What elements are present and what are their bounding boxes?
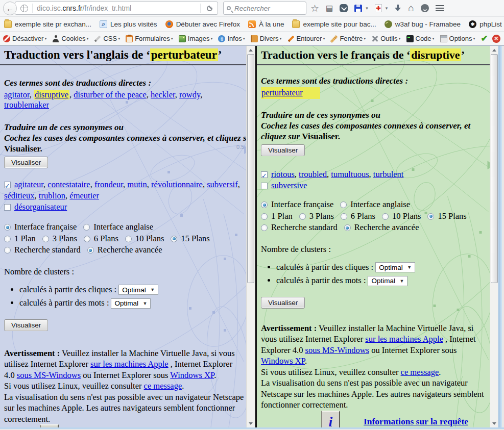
bookmark-item[interactable]: w3af bug - Framabee: [385, 20, 461, 28]
synonym-link[interactable]: troubled: [299, 169, 327, 179]
search-input[interactable]: [234, 5, 293, 12]
windows-xp-link[interactable]: Windows XP: [261, 356, 305, 366]
validation-error-icon[interactable]: ✕: [492, 35, 500, 43]
bookmark-item[interactable]: Débuter avec Firefox: [165, 20, 240, 28]
scroll-up-button[interactable]: [247, 46, 255, 54]
back-button[interactable]: ←: [3, 2, 17, 15]
synonym-group-checkbox[interactable]: [261, 183, 268, 189]
devbar-item[interactable]: CSS ▾: [94, 35, 120, 42]
synonym-group-checkbox[interactable]: [261, 171, 268, 178]
radio-option[interactable]: 10 Plans: [382, 211, 421, 221]
visualiser-button[interactable]: Visualiser: [4, 319, 48, 331]
scroll-down-button[interactable]: [490, 420, 498, 427]
synonym-group-checkbox[interactable]: [4, 204, 11, 211]
translation-link[interactable]: rowdy: [179, 90, 200, 99]
synonym-link[interactable]: mutin: [127, 180, 147, 189]
home-icon[interactable]: ⌂: [408, 3, 414, 14]
radio-option[interactable]: Recherche avancée: [344, 222, 419, 232]
save-menu-caret-icon[interactable]: ▾: [366, 6, 368, 11]
cluster-select[interactable]: Optimal▼: [111, 298, 151, 309]
devbar-item[interactable]: Code ▾: [406, 35, 435, 42]
translation-link[interactable]: disruptive: [34, 90, 69, 99]
url-bar[interactable]: dico.isc.cnrs.fr/fr/index_tr.html: [15, 2, 218, 15]
windows-xp-link[interactable]: Windows XP: [170, 370, 214, 380]
synonym-link[interactable]: émeutier: [69, 191, 99, 200]
synonym-link[interactable]: révolutionnaire: [151, 180, 203, 189]
health-report-icon[interactable]: ✚: [375, 4, 382, 12]
synonym-link[interactable]: contestataire: [47, 180, 90, 189]
synonym-link[interactable]: subversive: [271, 181, 307, 190]
radio-option[interactable]: Recherche standard: [261, 222, 338, 232]
reload-icon[interactable]: [207, 6, 212, 11]
translation-link[interactable]: agitator: [4, 90, 30, 99]
site-identity-globe-icon[interactable]: [20, 5, 28, 12]
bookmark-item[interactable]: exemple site pour bac...: [292, 20, 376, 28]
cluster-select[interactable]: Optimal▼: [368, 276, 407, 286]
radio-option[interactable]: 1 Plan: [4, 234, 36, 243]
devbar-item[interactable]: Infos ▾: [218, 35, 245, 42]
synonym-link[interactable]: riotous: [271, 169, 295, 179]
scrollbar-thumb[interactable]: [247, 54, 254, 283]
radio-option[interactable]: 1 Plan: [261, 211, 293, 221]
request-info-link[interactable]: Informations sur la requête: [364, 416, 468, 427]
bookmark-item[interactable]: À la une: [248, 20, 284, 28]
url-text[interactable]: dico.isc.cnrs.fr/fr/index_tr.html: [37, 4, 196, 12]
devbar-item[interactable]: Cookies ▾: [52, 35, 88, 42]
translation-link[interactable]: heckler: [151, 90, 175, 99]
ms-windows-link[interactable]: sous MS-Windows: [305, 345, 369, 355]
ce-message-link[interactable]: ce message: [401, 367, 439, 377]
scroll-down-button[interactable]: [247, 420, 255, 427]
messaging-icon[interactable]: [421, 4, 429, 12]
apple-machines-link[interactable]: sur les machines Apple: [90, 359, 169, 369]
devbar-item[interactable]: Formulaires ▾: [126, 35, 173, 42]
synonym-link[interactable]: tumultuous: [331, 169, 369, 179]
scrollbar-thumb[interactable]: [491, 54, 498, 283]
devbar-item[interactable]: Images ▾: [179, 35, 213, 42]
bookmark-item[interactable]: Les plus visités: [100, 20, 157, 28]
radio-option[interactable]: 15 Plans: [427, 211, 466, 221]
save-page-icon[interactable]: [354, 5, 362, 12]
devbar-item[interactable]: Options ▾: [440, 35, 475, 42]
radio-option[interactable]: 15 Plans: [171, 234, 209, 243]
left-frame-scrollbar[interactable]: [246, 46, 255, 427]
translation-link[interactable]: disturber of the peace: [74, 90, 146, 99]
radio-option[interactable]: 3 Plans: [299, 211, 334, 221]
cluster-select[interactable]: Optimal▼: [375, 262, 415, 272]
devbar-item[interactable]: Entourer ▾: [287, 35, 325, 42]
radio-option[interactable]: Interface anglaise: [83, 222, 153, 232]
right-frame-scrollbar[interactable]: [490, 46, 498, 427]
visualiser-button[interactable]: Visualiser: [261, 297, 305, 309]
downloads-icon[interactable]: [394, 5, 401, 12]
translation-link[interactable]: troublemaker: [4, 100, 49, 110]
menu-icon[interactable]: [436, 5, 444, 11]
devbar-item[interactable]: Divers ▾: [251, 35, 282, 42]
devbar-item[interactable]: Fenêtre ▾: [330, 35, 366, 42]
visualiser-button[interactable]: Visualiser: [261, 144, 305, 156]
radio-option[interactable]: 10 Plans: [125, 234, 164, 243]
validation-pass-icon[interactable]: ✔: [481, 33, 488, 44]
visualiser-button[interactable]: Visualiser: [4, 157, 48, 168]
synonym-group-checkbox[interactable]: [4, 182, 11, 188]
info-icon[interactable]: i: [40, 424, 59, 427]
synonym-link[interactable]: trublion: [39, 191, 65, 200]
radio-option[interactable]: Recherche avancée: [87, 245, 162, 255]
radio-option[interactable]: Interface française: [261, 199, 333, 209]
pocket-icon[interactable]: [340, 4, 348, 12]
cluster-select[interactable]: Optimal▼: [118, 285, 158, 295]
translation-link[interactable]: perturbateur: [261, 87, 320, 99]
ce-message-link[interactable]: ce message: [144, 381, 182, 391]
synonym-link[interactable]: désorganisateur: [14, 202, 67, 212]
synonym-link[interactable]: turbulent: [373, 169, 404, 179]
reading-list-icon[interactable]: ▤: [326, 4, 333, 13]
radio-option[interactable]: 6 Plans: [341, 211, 375, 221]
health-menu-caret-icon[interactable]: ▾: [386, 6, 388, 11]
ms-windows-link[interactable]: sous MS-Windows: [17, 370, 81, 380]
synonym-link[interactable]: frondeur: [94, 180, 123, 189]
bookmark-star-icon[interactable]: ☆: [310, 4, 319, 13]
devbar-item[interactable]: Outils ▾: [371, 35, 400, 42]
apple-machines-link[interactable]: sur les machines Apple: [365, 334, 443, 344]
radio-option[interactable]: 6 Plans: [84, 234, 118, 243]
radio-option[interactable]: Interface anglaise: [340, 199, 410, 209]
info-icon[interactable]: i: [321, 411, 340, 428]
radio-option[interactable]: Interface française: [4, 222, 77, 232]
